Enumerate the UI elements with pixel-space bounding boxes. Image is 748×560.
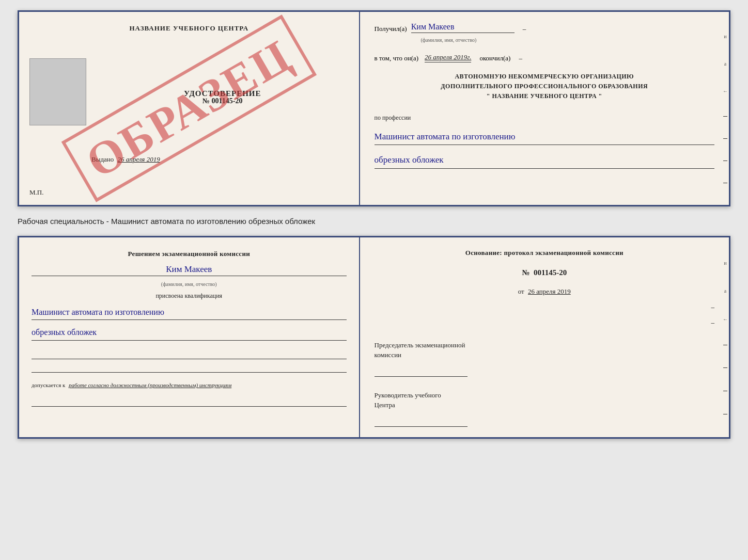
side-line-r-4 xyxy=(723,414,727,414)
predsedatel-text: Председатель экзаменационной xyxy=(375,340,714,350)
side-decoration: и а ← xyxy=(722,12,729,205)
side-char-i: и xyxy=(724,34,726,39)
bottom-lines-block xyxy=(32,350,347,373)
finished-label: окончил(а) xyxy=(479,54,510,62)
side-decoration-right: и а ← xyxy=(722,237,729,437)
protocol-number: № 001145-20 xyxy=(375,268,714,277)
cert-number: № 001145-20 xyxy=(91,97,354,105)
side-char-arrow: ← xyxy=(723,88,728,94)
komissia-text: Решением экзаменационной комиссии xyxy=(32,249,347,259)
side-line-r-2 xyxy=(723,367,727,368)
issued-label: Выдано xyxy=(91,155,114,163)
issued-date: 26 апреля 2019 xyxy=(118,155,160,163)
org-line2: ДОПОЛНИТЕЛЬНОГО ПРОФЕССИОНАЛЬНОГО ОБРАЗО… xyxy=(375,82,714,91)
plain-underline-1 xyxy=(32,350,347,359)
org-line3: " НАЗВАНИЕ УЧЕБНОГО ЦЕНТРА " xyxy=(375,91,714,101)
side-line-3 xyxy=(723,161,727,161)
dopuskaetsya-label: допускается к xyxy=(32,382,65,388)
dash1: – xyxy=(523,25,526,33)
date-prefix: от xyxy=(518,287,524,295)
profession-value2: обрезных обложек xyxy=(375,152,714,169)
side-line-1 xyxy=(723,116,727,117)
inthat-date: 26 апреля 2019г. xyxy=(425,53,471,62)
dopuskaetsya-value: работе согласно должностным (производств… xyxy=(69,382,231,388)
komissia-text-label: комиссии xyxy=(375,350,714,360)
dash2: – xyxy=(519,54,522,62)
tsentra-label: Центра xyxy=(375,400,714,410)
dopuskaetsya-text: допускается к работе согласно должностны… xyxy=(32,382,347,388)
side-char-a-r: а xyxy=(724,288,726,294)
bottom-name-subtext: (фамилия, имя, отчество) xyxy=(32,281,347,287)
top-left-panel: НАЗВАНИЕ УЧЕБНОГО ЦЕНТРА УДОСТОВЕРЕНИЕ №… xyxy=(19,12,360,205)
protocol-date: от 26 апреля 2019 xyxy=(375,287,714,296)
bottom-document: Решением экзаменационной комиссии Ким Ма… xyxy=(18,236,730,439)
received-row: Получил(а) Ким Макеев – xyxy=(375,22,714,33)
org-block: АВТОНОМНУЮ НЕКОММЕРЧЕСКУЮ ОРГАНИЗАЦИЮ ДО… xyxy=(375,72,714,102)
mp-label: М.П. xyxy=(29,188,43,197)
inthat-row: в том, что он(а) 26 апреля 2019г. окончи… xyxy=(375,53,714,62)
qualification-hw1: Машинист автомата по изготовлению xyxy=(32,305,347,321)
bottom-name-value: Ким Макеев xyxy=(32,264,347,276)
side-char-arrow-r: ← xyxy=(723,316,728,322)
description-line: Рабочая специальность - Машинист автомат… xyxy=(18,215,730,228)
top-right-panel: Получил(а) Ким Макеев – (фамилия, имя, о… xyxy=(360,12,729,205)
cert-issued-label: Выдано 26 апреля 2019 xyxy=(91,155,160,164)
received-label: Получил(а) xyxy=(375,25,407,33)
profession-label: по профессии xyxy=(375,114,714,122)
watermark-obrazec: ОБРАЗЕЦ xyxy=(61,14,317,202)
rukovoditel-block: Руководитель учебного Центра xyxy=(375,390,714,427)
predsedatel-signature-line xyxy=(375,362,467,377)
side-line-r-1 xyxy=(723,345,727,345)
side-line-4 xyxy=(723,183,727,183)
top-document: НАЗВАНИЕ УЧЕБНОГО ЦЕНТРА УДОСТОВЕРЕНИЕ №… xyxy=(18,10,730,206)
plain-underline-2 xyxy=(32,363,347,373)
rukovoditel-signature-line xyxy=(375,412,467,427)
main-container: НАЗВАНИЕ УЧЕБНОГО ЦЕНТРА УДОСТОВЕРЕНИЕ №… xyxy=(18,10,730,439)
inthat-label: в том, что он(а) xyxy=(375,54,419,62)
date-value: 26 апреля 2019 xyxy=(528,287,571,295)
side-line-r-3 xyxy=(723,391,727,391)
profession-value1: Машинист автомата по изготовлению xyxy=(375,129,714,146)
number-prefix: № xyxy=(522,268,529,277)
bottom-right-panel: Основание: протокол экзаменационной коми… xyxy=(360,237,729,437)
photo-placeholder xyxy=(29,58,86,125)
plain-underline-3 xyxy=(32,397,347,407)
school-name-top: НАЗВАНИЕ УЧЕБНОГО ЦЕНТРА xyxy=(129,24,248,33)
rukovoditel-label: Руководитель учебного xyxy=(375,390,714,401)
side-char-i-r: и xyxy=(724,260,726,266)
bottom-left-panel: Решением экзаменационной комиссии Ким Ма… xyxy=(19,237,360,437)
predsedatel-label: Председатель экзаменационной комиссии xyxy=(375,340,714,377)
qualification-hw2: обрезных обложек xyxy=(32,325,347,341)
side-char-a: а xyxy=(724,61,726,67)
name-subtext-top: (фамилия, имя, отчество) xyxy=(375,37,714,43)
received-name: Ким Макеев xyxy=(411,22,515,33)
number-value: 001145-20 xyxy=(534,268,567,277)
osnovanie-text: Основание: протокол экзаменационной коми… xyxy=(375,248,714,258)
org-line1: АВТОНОМНУЮ НЕКОММЕРЧЕСКУЮ ОРГАНИЗАЦИЮ xyxy=(375,72,714,82)
prisvoena-text: присвоена квалификация xyxy=(32,292,347,300)
side-line-2 xyxy=(723,138,727,139)
dash-2-right: – xyxy=(375,318,714,327)
dash-1-right: – xyxy=(375,303,714,311)
